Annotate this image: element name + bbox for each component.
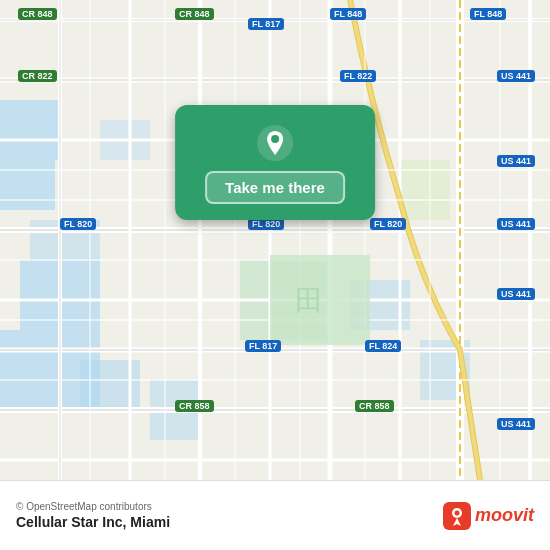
bottom-bar: © OpenStreetMap contributors Cellular St… [0, 480, 550, 550]
moovit-logo: moovit [443, 502, 534, 530]
road-badge-fl824: FL 824 [365, 340, 401, 352]
map-popup: Take me there [175, 105, 375, 220]
road-badge-us441-5: US 441 [497, 418, 535, 430]
map-view: 田 CR 848 CR 848 FL 848 FL 848 FL 817 CR … [0, 0, 550, 480]
road-badge-cr822: CR 822 [18, 70, 57, 82]
road-badge-fl817-bot: FL 817 [245, 340, 281, 352]
moovit-icon [443, 502, 471, 530]
road-badge-cr858-1: CR 858 [175, 400, 214, 412]
copyright-text: © OpenStreetMap contributors [16, 501, 170, 512]
road-badge-cr848-1: CR 848 [18, 8, 57, 20]
road-badge-cr858-2: CR 858 [355, 400, 394, 412]
road-badge-us441-1: US 441 [497, 70, 535, 82]
road-badge-fl820-3: FL 820 [370, 218, 406, 230]
road-badge-fl820-1: FL 820 [60, 218, 96, 230]
svg-point-54 [454, 510, 459, 515]
take-me-there-button[interactable]: Take me there [205, 171, 345, 204]
road-badge-fl848-2: FL 848 [470, 8, 506, 20]
road-badge-us441-4: US 441 [497, 288, 535, 300]
location-name: Cellular Star Inc, Miami [16, 514, 170, 530]
svg-rect-2 [0, 160, 55, 210]
road-badge-cr848-2: CR 848 [175, 8, 214, 20]
svg-text:田: 田 [295, 285, 323, 316]
svg-point-51 [271, 135, 279, 143]
bottom-left-info: © OpenStreetMap contributors Cellular St… [16, 501, 170, 530]
road-badge-fl848-1: FL 848 [330, 8, 366, 20]
location-pin-icon [257, 125, 293, 161]
moovit-text: moovit [475, 505, 534, 526]
road-badge-fl817-top: FL 817 [248, 18, 284, 30]
svg-rect-1 [0, 100, 60, 160]
road-badge-us441-3: US 441 [497, 218, 535, 230]
road-badge-us441-2: US 441 [497, 155, 535, 167]
road-badge-fl822: FL 822 [340, 70, 376, 82]
